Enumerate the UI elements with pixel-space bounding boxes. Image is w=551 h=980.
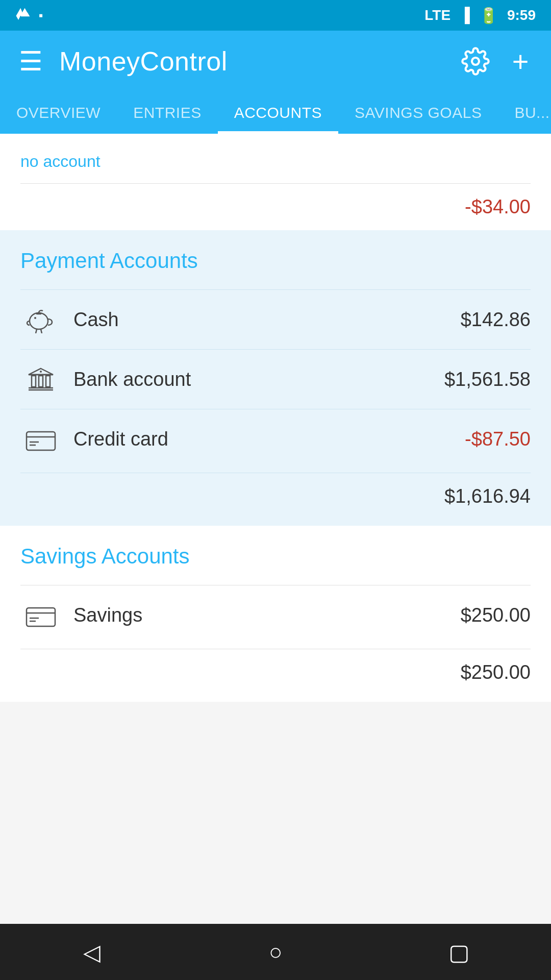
bottom-navigation: ◁ ○ ▢ — [0, 924, 551, 980]
tab-savings-goals[interactable]: SAVINGS GOALS — [338, 92, 498, 134]
battery-icon: 🔋 — [479, 7, 498, 24]
savings-name: Savings — [73, 604, 461, 626]
cash-name: Cash — [73, 309, 461, 331]
toolbar: ☰ MoneyControl + — [0, 31, 551, 92]
settings-button[interactable] — [459, 45, 492, 78]
savings-accounts-heading: Savings Accounts — [20, 544, 531, 569]
svg-rect-8 — [39, 376, 43, 387]
svg-point-1 — [30, 313, 48, 329]
add-button[interactable]: + — [504, 45, 537, 78]
bank-account-name: Bank account — [73, 369, 444, 390]
cash-icon — [20, 304, 61, 335]
sim-icon: ▪ — [39, 8, 43, 22]
tab-overview[interactable]: OVERVIEW — [0, 92, 117, 134]
svg-rect-9 — [46, 376, 50, 387]
tab-bar: OVERVIEW ENTRIES ACCOUNTS SAVINGS GOALS … — [0, 92, 551, 134]
svg-point-2 — [34, 317, 36, 319]
svg-rect-15 — [27, 608, 55, 626]
tab-accounts[interactable]: ACCOUNTS — [218, 92, 338, 134]
cash-row[interactable]: Cash $142.86 — [20, 289, 531, 349]
savings-accounts-section: Savings Accounts Savings $250.00 $250.00 — [0, 526, 551, 702]
payment-accounts-section: Payment Accounts Cash $142.86 — [0, 230, 551, 526]
credit-card-icon — [20, 424, 61, 454]
tab-entries[interactable]: ENTRIES — [117, 92, 218, 134]
time-display: 9:59 — [507, 7, 536, 23]
no-account-section: no account — [0, 134, 551, 184]
svg-point-0 — [472, 58, 479, 65]
savings-accounts-total: $250.00 — [20, 649, 531, 702]
savings-row[interactable]: Savings $250.00 — [20, 585, 531, 645]
status-bar-left: ▪ — [15, 6, 43, 26]
bank-account-row[interactable]: Bank account $1,561.58 — [20, 349, 531, 409]
savings-amount: $250.00 — [461, 604, 531, 626]
credit-card-row[interactable]: Credit card -$87.50 — [20, 409, 531, 469]
credit-card-amount: -$87.50 — [465, 428, 531, 450]
back-button[interactable]: ◁ — [41, 932, 143, 972]
cash-amount: $142.86 — [461, 309, 531, 331]
signal-icon: ▐ — [460, 7, 470, 23]
menu-button[interactable]: ☰ — [14, 45, 47, 78]
payment-accounts-heading: Payment Accounts — [20, 249, 531, 273]
svg-rect-11 — [27, 432, 55, 450]
tab-budget[interactable]: BU... — [498, 92, 551, 134]
no-account-total: -$34.00 — [0, 184, 551, 230]
drive-icon — [15, 6, 32, 26]
savings-icon — [20, 600, 61, 630]
content-area: no account -$34.00 Payment Accounts — [0, 134, 551, 702]
bank-account-amount: $1,561.58 — [444, 369, 531, 390]
credit-card-name: Credit card — [73, 428, 465, 450]
svg-point-10 — [40, 371, 42, 373]
lte-indicator: LTE — [424, 7, 450, 23]
svg-rect-7 — [32, 376, 36, 387]
bank-icon — [20, 364, 61, 395]
payment-accounts-total: $1,616.94 — [20, 473, 531, 526]
recents-button[interactable]: ▢ — [408, 932, 510, 972]
status-bar: ▪ LTE ▐ 🔋 9:59 — [0, 0, 551, 31]
no-account-label: no account — [20, 152, 531, 171]
home-button[interactable]: ○ — [224, 932, 327, 972]
app-title: MoneyControl — [59, 46, 447, 77]
